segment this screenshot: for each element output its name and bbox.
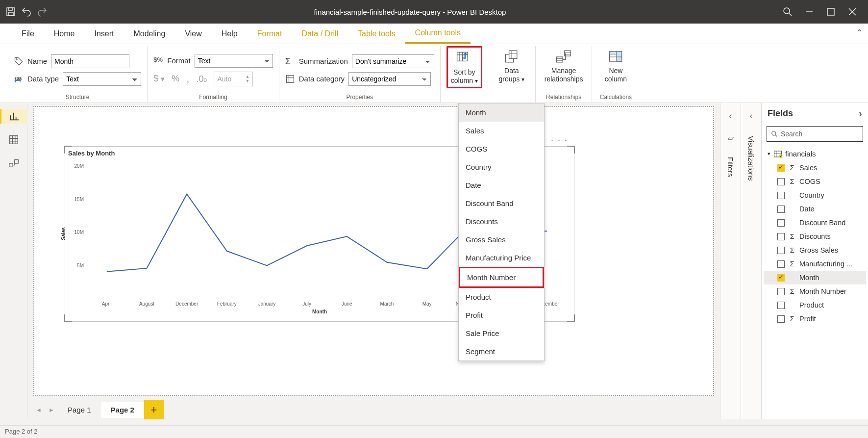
- undo-icon[interactable]: [21, 6, 32, 18]
- currency-icon[interactable]: $ ▾: [153, 74, 165, 84]
- save-icon[interactable]: [5, 6, 17, 18]
- new-column-icon: [607, 48, 624, 66]
- close-icon[interactable]: [846, 6, 858, 18]
- data-groups-button[interactable]: Datagroups ▾: [494, 46, 529, 85]
- category-select[interactable]: Uncategorized: [348, 72, 431, 86]
- menu-bar: FileHomeInsertModelingViewHelpFormatData…: [0, 24, 868, 44]
- new-column-button[interactable]: Newcolumn: [598, 46, 633, 85]
- svg-rect-10: [509, 51, 517, 58]
- window-title: financial-sample-finished-update-query -…: [48, 8, 772, 16]
- datatype-icon: 123: [14, 74, 24, 84]
- sigma-icon: Σ: [285, 56, 295, 66]
- redo-icon[interactable]: [36, 6, 48, 18]
- auto-decimals-input[interactable]: Auto▲▼: [214, 72, 253, 86]
- menu-modeling[interactable]: Modeling: [124, 24, 175, 44]
- menu-data-drill[interactable]: Data / Drill: [292, 24, 348, 44]
- menu-table-tools[interactable]: Table tools: [348, 24, 405, 44]
- svg-rect-4: [827, 8, 834, 15]
- format-icon: $%: [153, 56, 163, 66]
- summarization-select[interactable]: Don't summarize: [352, 54, 434, 68]
- group-relationships-label: Relationships: [542, 94, 586, 103]
- sort-by-column-button[interactable]: Sort bycolumn ▾: [446, 46, 482, 88]
- groups-icon: [503, 48, 521, 66]
- menu-help[interactable]: Help: [212, 24, 248, 44]
- ribbon: Name 123 Data type Text Structure $% For…: [0, 44, 868, 103]
- summarization-label: Summarization: [299, 57, 348, 65]
- menu-view[interactable]: View: [175, 24, 211, 44]
- menu-column-tools[interactable]: Column tools: [405, 24, 471, 44]
- svg-rect-2: [8, 12, 13, 16]
- svg-rect-1: [8, 8, 12, 10]
- menu-home[interactable]: Home: [44, 24, 85, 44]
- minimize-icon[interactable]: [803, 6, 815, 18]
- format-select[interactable]: Text: [195, 54, 273, 68]
- svg-rect-11: [557, 57, 563, 62]
- name-input[interactable]: [51, 54, 129, 68]
- decimals-icon[interactable]: .0₀: [196, 74, 207, 84]
- maximize-icon[interactable]: [825, 6, 837, 18]
- manage-relationships-button[interactable]: Managerelationships: [542, 46, 586, 85]
- percent-icon[interactable]: %: [172, 74, 179, 84]
- menu-format[interactable]: Format: [248, 24, 292, 44]
- group-calculations-label: Calculations: [598, 94, 633, 103]
- svg-rect-7: [286, 75, 294, 82]
- group-structure-label: Structure: [14, 94, 141, 103]
- sort-icon: [455, 50, 473, 67]
- menu-file[interactable]: File: [12, 24, 44, 44]
- format-label: Format: [167, 56, 191, 65]
- group-properties-label: Properties: [285, 94, 434, 103]
- format-symbols: $ ▾ % , .0₀ Auto▲▼: [153, 72, 273, 86]
- svg-point-3: [784, 8, 790, 14]
- search-icon[interactable]: [782, 6, 794, 18]
- ribbon-collapse-icon[interactable]: ⌃: [856, 27, 863, 38]
- tag-icon: [14, 56, 24, 66]
- svg-point-5: [16, 58, 18, 60]
- name-label: Name: [27, 57, 47, 65]
- category-icon: [285, 74, 295, 84]
- datatype-label: Data type: [27, 75, 59, 83]
- relationships-icon: [555, 48, 572, 66]
- comma-icon[interactable]: ,: [186, 73, 189, 85]
- category-label: Data category: [299, 75, 345, 83]
- title-bar: financial-sample-finished-update-query -…: [0, 0, 868, 24]
- datatype-select[interactable]: Text: [63, 72, 141, 86]
- group-formatting-label: Formatting: [153, 94, 273, 103]
- svg-rect-15: [617, 52, 622, 61]
- menu-insert[interactable]: Insert: [84, 24, 124, 44]
